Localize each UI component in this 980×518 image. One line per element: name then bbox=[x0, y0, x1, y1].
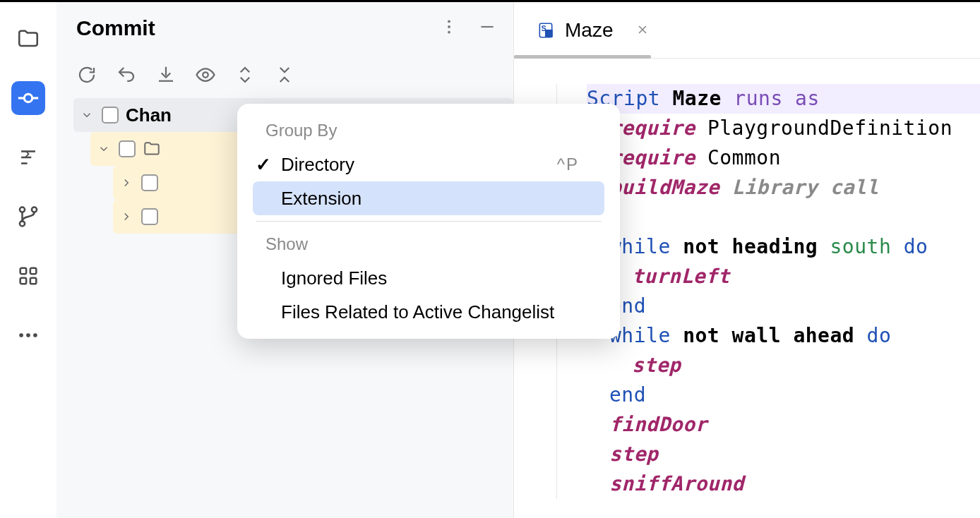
close-icon[interactable] bbox=[635, 19, 650, 42]
expand-all-icon[interactable] bbox=[234, 64, 256, 88]
popup-heading-groupby: Group By bbox=[237, 114, 620, 147]
svg-rect-9 bbox=[20, 268, 27, 275]
shelve-icon[interactable] bbox=[155, 64, 177, 88]
commit-header: Commit bbox=[56, 2, 513, 54]
svg-point-7 bbox=[20, 221, 25, 226]
menu-item-label: Ignored Files bbox=[281, 267, 387, 289]
item-checkbox[interactable] bbox=[141, 174, 158, 191]
folder-checkbox[interactable] bbox=[119, 140, 136, 157]
svg-point-16 bbox=[448, 20, 450, 23]
services-icon[interactable] bbox=[11, 259, 45, 293]
structure-icon[interactable] bbox=[11, 140, 45, 174]
menu-item-ignored-files[interactable]: Ignored Files bbox=[253, 261, 604, 295]
script-file-icon: S bbox=[537, 21, 555, 40]
menu-item-extension[interactable]: Extension bbox=[253, 181, 604, 215]
popup-divider bbox=[256, 221, 602, 222]
more-icon[interactable] bbox=[11, 318, 45, 352]
svg-point-6 bbox=[20, 207, 25, 212]
menu-item-shortcut: ^P bbox=[557, 155, 579, 174]
left-rail bbox=[0, 2, 56, 518]
item-checkbox[interactable] bbox=[141, 208, 158, 225]
svg-rect-10 bbox=[30, 268, 37, 275]
project-icon[interactable] bbox=[11, 22, 45, 56]
diff-preview-icon[interactable] bbox=[195, 64, 216, 88]
menu-item-label: Directory bbox=[281, 154, 354, 176]
popup-heading-show: Show bbox=[237, 227, 620, 261]
commit-panel: Commit Chan bbox=[56, 2, 514, 518]
folder-icon bbox=[143, 140, 161, 158]
svg-point-18 bbox=[448, 31, 450, 34]
svg-point-13 bbox=[19, 333, 23, 337]
menu-item-directory[interactable]: ✓ Directory ^P bbox=[253, 147, 604, 181]
tab-underline bbox=[514, 55, 651, 59]
options-icon[interactable] bbox=[440, 18, 458, 39]
git-branches-icon[interactable] bbox=[11, 200, 45, 234]
svg-text:S: S bbox=[542, 24, 546, 32]
svg-point-14 bbox=[26, 333, 30, 337]
svg-point-15 bbox=[33, 333, 37, 337]
tab-maze[interactable]: S Maze bbox=[537, 19, 650, 42]
changelist-label: Chan bbox=[126, 104, 172, 126]
collapse-all-icon[interactable] bbox=[274, 64, 295, 88]
svg-point-8 bbox=[32, 207, 37, 212]
chevron-down-icon[interactable] bbox=[79, 107, 95, 123]
minimize-icon[interactable] bbox=[478, 18, 496, 39]
view-options-popup: Group By ✓ Directory ^P Extension Show I… bbox=[237, 104, 620, 339]
menu-item-label: Extension bbox=[281, 188, 361, 210]
rollback-icon[interactable] bbox=[116, 64, 137, 88]
commit-toolbar bbox=[56, 54, 513, 98]
tab-bar: S Maze bbox=[514, 2, 980, 59]
commit-title: Commit bbox=[76, 16, 155, 40]
svg-rect-12 bbox=[30, 278, 37, 284]
svg-point-17 bbox=[448, 25, 450, 28]
commit-icon[interactable] bbox=[11, 81, 45, 115]
menu-item-label: Files Related to Active Changelist bbox=[281, 301, 554, 323]
chevron-right-icon[interactable] bbox=[119, 209, 134, 224]
check-icon: ✓ bbox=[256, 154, 271, 176]
chevron-right-icon[interactable] bbox=[119, 175, 134, 191]
chevron-down-icon[interactable] bbox=[96, 141, 112, 157]
changelist-checkbox[interactable] bbox=[102, 107, 119, 124]
tab-label: Maze bbox=[565, 19, 613, 42]
menu-item-related-files[interactable]: Files Related to Active Changelist bbox=[253, 295, 604, 329]
refresh-icon[interactable] bbox=[76, 64, 97, 88]
svg-rect-11 bbox=[20, 278, 27, 284]
svg-point-21 bbox=[203, 72, 208, 78]
svg-point-0 bbox=[24, 94, 32, 102]
